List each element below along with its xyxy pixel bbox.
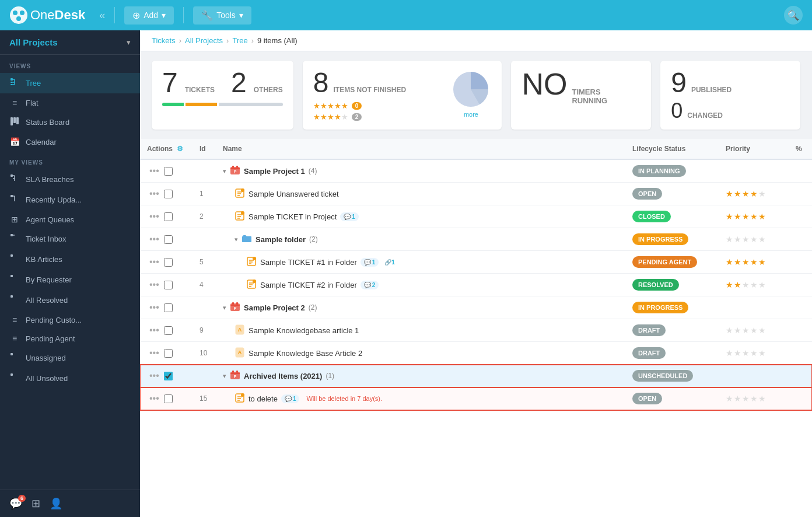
sidebar-flat-label: Flat bbox=[26, 99, 38, 107]
star-3: ★ bbox=[742, 348, 750, 358]
row-menu-button[interactable]: ••• bbox=[147, 233, 162, 246]
row-status-cell: IN PLANNING bbox=[625, 159, 719, 183]
row-menu-button[interactable]: ••• bbox=[147, 301, 162, 314]
svg-rect-43 bbox=[230, 305, 240, 306]
item-name[interactable]: Sample TICKET #1 in Folder bbox=[260, 258, 357, 267]
sidebar-item-flat[interactable]: ≡ Flat bbox=[0, 93, 140, 112]
row-checkbox[interactable] bbox=[164, 235, 173, 244]
breadcrumb-tickets[interactable]: Tickets bbox=[152, 36, 176, 45]
svg-rect-13 bbox=[16, 117, 19, 124]
sidebar-item-agent-queues[interactable]: ⊞ Agent Queues bbox=[0, 210, 140, 229]
sidebar-item-calendar[interactable]: 📅 Calendar bbox=[0, 132, 140, 151]
sidebar-item-all-unsolved[interactable]: All Unsolved bbox=[0, 368, 140, 389]
row-menu-button[interactable]: ••• bbox=[147, 278, 162, 291]
status-badge[interactable]: CLOSED bbox=[632, 211, 671, 222]
svg-point-57 bbox=[241, 393, 244, 397]
status-badge[interactable]: IN PLANNING bbox=[632, 165, 686, 177]
sidebar-item-ticket-inbox[interactable]: Ticket Inbox bbox=[0, 229, 140, 249]
breadcrumb-tree[interactable]: Tree bbox=[232, 36, 247, 45]
row-checkbox[interactable] bbox=[164, 372, 173, 380]
row-menu-button[interactable]: ••• bbox=[147, 210, 162, 223]
comm-badge: 💬2 bbox=[360, 281, 379, 289]
row-percent-cell bbox=[789, 183, 812, 205]
four-star-badge: 2 bbox=[352, 113, 362, 121]
content-area: Tickets › All Projects › Tree › 9 items … bbox=[140, 30, 812, 517]
row-menu-button[interactable]: ••• bbox=[147, 165, 162, 177]
status-badge[interactable]: DRAFT bbox=[632, 324, 666, 336]
star-3: ★ bbox=[742, 235, 750, 244]
svg-rect-14 bbox=[10, 174, 13, 177]
row-menu-button[interactable]: ••• bbox=[147, 369, 162, 382]
row-checkbox[interactable] bbox=[164, 212, 173, 221]
sidebar-item-status-board[interactable]: Status Board bbox=[0, 112, 140, 132]
sidebar-project-chevron-icon[interactable]: ▾ bbox=[127, 38, 131, 47]
sidebar-item-unassigned[interactable]: Unassigned bbox=[0, 348, 140, 368]
row-menu-button[interactable]: ••• bbox=[147, 392, 162, 405]
grid-icon[interactable]: ⊞ bbox=[32, 497, 40, 510]
row-checkbox[interactable] bbox=[164, 394, 173, 403]
row-checkbox[interactable] bbox=[164, 258, 173, 267]
all-unsolved-icon bbox=[9, 373, 20, 384]
breadcrumb-all-projects[interactable]: All Projects bbox=[185, 36, 223, 45]
row-menu-button[interactable]: ••• bbox=[147, 256, 162, 268]
status-badge[interactable]: PENDING AGENT bbox=[632, 256, 697, 268]
item-name[interactable]: Sample Knowledge Base Article 2 bbox=[249, 349, 362, 358]
sidebar-item-kb-articles[interactable]: KB Articles bbox=[0, 249, 140, 270]
col-name: Name bbox=[216, 139, 625, 159]
sidebar-item-pending-agent[interactable]: ≡ Pending Agent bbox=[0, 329, 140, 348]
item-name[interactable]: Sample folder bbox=[256, 235, 306, 244]
item-name[interactable]: Sample TICKET #2 in Folder bbox=[260, 281, 357, 289]
collapse-icon[interactable]: ▾ bbox=[235, 236, 238, 243]
sidebar-item-sla-breaches[interactable]: SLA Breaches bbox=[0, 169, 140, 190]
item-name[interactable]: Sample Project 2 bbox=[244, 303, 305, 312]
status-badge[interactable]: OPEN bbox=[632, 393, 662, 404]
row-checkbox[interactable] bbox=[164, 326, 173, 335]
user-icon[interactable]: 👤 bbox=[50, 497, 62, 510]
status-badge[interactable]: DRAFT bbox=[632, 347, 666, 359]
row-percent-cell bbox=[789, 342, 812, 365]
item-name[interactable]: Sample Unanswered ticket bbox=[249, 190, 339, 198]
sidebar-item-by-requester[interactable]: By Requester bbox=[0, 270, 140, 290]
pie-more-link[interactable]: more bbox=[464, 111, 478, 118]
sidebar-item-recently-updated[interactable]: Recently Upda... bbox=[0, 190, 140, 210]
collapse-icon[interactable]: ▾ bbox=[223, 304, 226, 312]
table-row: ••• ▾ P Archived Items (2021) (1) UNSCHE… bbox=[140, 365, 812, 387]
row-checkbox[interactable] bbox=[164, 281, 173, 289]
status-badge[interactable]: OPEN bbox=[632, 188, 662, 200]
row-menu-button[interactable]: ••• bbox=[147, 324, 162, 337]
row-menu-button[interactable]: ••• bbox=[147, 187, 162, 200]
row-checkbox[interactable] bbox=[164, 190, 173, 198]
add-button[interactable]: ⊕ Add ▾ bbox=[124, 6, 174, 25]
item-name[interactable]: Sample Knowledgebase article 1 bbox=[249, 326, 359, 335]
tools-button[interactable]: 🔧 Tools ▾ bbox=[193, 6, 251, 25]
item-name[interactable]: Sample Project 1 bbox=[244, 167, 305, 176]
col-settings-icon[interactable]: ⚙ bbox=[177, 145, 183, 153]
star-2: ★ bbox=[734, 257, 741, 267]
status-badge[interactable]: IN PROGRESS bbox=[632, 233, 688, 245]
comm-badge: 💬1 bbox=[340, 212, 359, 221]
row-checkbox[interactable] bbox=[164, 167, 173, 176]
svg-rect-18 bbox=[10, 195, 13, 197]
item-name[interactable]: to delete bbox=[249, 394, 278, 403]
row-checkbox[interactable] bbox=[164, 303, 173, 312]
sidebar-item-tree[interactable]: Tree bbox=[0, 73, 140, 93]
collapse-icon[interactable]: ▾ bbox=[223, 167, 226, 175]
row-name-cell: A Sample Knowledgebase article 1 bbox=[216, 319, 625, 342]
collapse-sidebar-btn[interactable]: « bbox=[99, 9, 105, 22]
sidebar-item-pending-customer[interactable]: ≡ Pending Custo... bbox=[0, 310, 140, 329]
item-type-icon bbox=[235, 211, 245, 223]
collapse-icon[interactable]: ▾ bbox=[223, 372, 226, 380]
sidebar-item-all-resolved[interactable]: All Resolved bbox=[0, 290, 140, 310]
row-checkbox[interactable] bbox=[164, 349, 173, 358]
search-button[interactable]: 🔍 bbox=[784, 6, 803, 25]
row-menu-button[interactable]: ••• bbox=[147, 347, 162, 359]
all-resolved-icon bbox=[9, 295, 20, 306]
tickets-others-numbers: 7 TICKETS 2 OTHERS bbox=[162, 69, 283, 97]
item-name[interactable]: Sample TICKET in Project bbox=[249, 212, 337, 221]
notifications-btn[interactable]: 💬 6 bbox=[9, 497, 22, 510]
status-badge[interactable]: UNSCHEDULED bbox=[632, 370, 693, 382]
status-badge[interactable]: IN PROGRESS bbox=[632, 302, 688, 313]
status-badge[interactable]: RESOLVED bbox=[632, 279, 679, 291]
table-row: ••• 9 A Sample Knowledgebase article 1 D… bbox=[140, 319, 812, 342]
item-name[interactable]: Archived Items (2021) bbox=[244, 372, 322, 380]
